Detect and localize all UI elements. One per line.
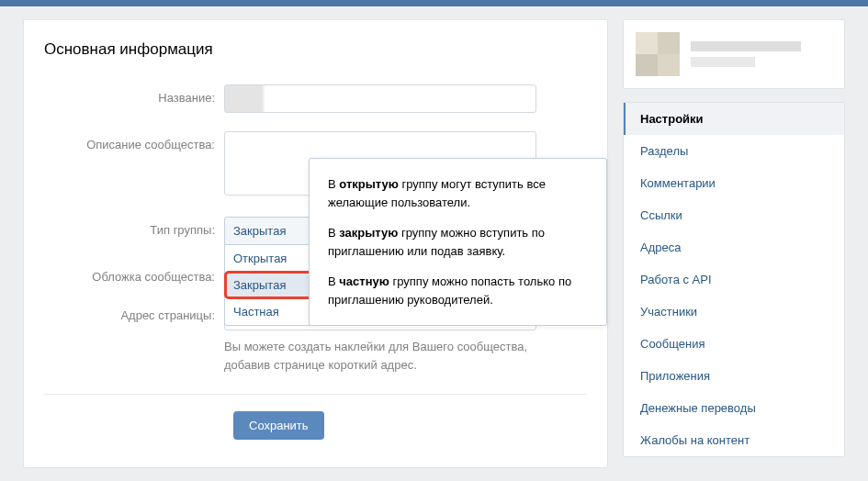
menu-item-addresses[interactable]: Адреса bbox=[624, 231, 844, 263]
side-panel: Настройки Разделы Комментарии Ссылки Адр… bbox=[623, 19, 845, 468]
menu-item-messages[interactable]: Сообщения bbox=[624, 328, 844, 360]
group-type-tooltip: В открытую группу могут вступить все жел… bbox=[309, 158, 607, 326]
menu-item-money[interactable]: Денежные переводы bbox=[624, 392, 844, 424]
menu-item-api[interactable]: Работа с API bbox=[624, 263, 844, 296]
name-label: Название: bbox=[44, 84, 224, 113]
address-hint: Вы можете создать наклейки для Вашего со… bbox=[224, 338, 536, 374]
page-title: Основная информация bbox=[44, 40, 587, 59]
settings-menu: Настройки Разделы Комментарии Ссылки Адр… bbox=[623, 102, 845, 457]
menu-item-apps[interactable]: Приложения bbox=[624, 360, 844, 392]
row-name: Название: bbox=[44, 84, 587, 113]
menu-item-comments[interactable]: Комментарии bbox=[624, 167, 844, 199]
group-type-label: Тип группы: bbox=[44, 217, 224, 245]
menu-item-reports[interactable]: Жалобы на контент bbox=[624, 424, 844, 456]
menu-item-links[interactable]: Ссылки bbox=[624, 199, 844, 231]
top-bar bbox=[0, 0, 868, 6]
menu-item-sections[interactable]: Разделы bbox=[624, 135, 844, 167]
divider bbox=[44, 394, 587, 395]
main-panel: Основная информация Название: Описание с… bbox=[23, 19, 608, 468]
name-input[interactable] bbox=[224, 84, 536, 113]
community-avatar bbox=[636, 32, 680, 76]
group-type-option-private[interactable]: Частная bbox=[225, 298, 313, 325]
menu-item-members[interactable]: Участники bbox=[624, 296, 844, 328]
community-name bbox=[691, 41, 801, 67]
cover-label: Обложка сообщества: bbox=[44, 263, 224, 284]
description-label: Описание сообщества: bbox=[44, 131, 224, 198]
save-button[interactable]: Сохранить bbox=[233, 411, 324, 440]
address-label: Адрес страницы: bbox=[44, 302, 224, 374]
group-type-option-closed[interactable]: Закрытая bbox=[224, 271, 314, 299]
menu-item-settings[interactable]: Настройки bbox=[624, 103, 844, 135]
group-type-dropdown[interactable]: Закрытая bbox=[224, 217, 314, 245]
group-type-option-open[interactable]: Открытая bbox=[225, 245, 313, 272]
group-type-options: Открытая Закрытая Частная bbox=[224, 245, 314, 326]
community-card[interactable] bbox=[623, 19, 845, 89]
